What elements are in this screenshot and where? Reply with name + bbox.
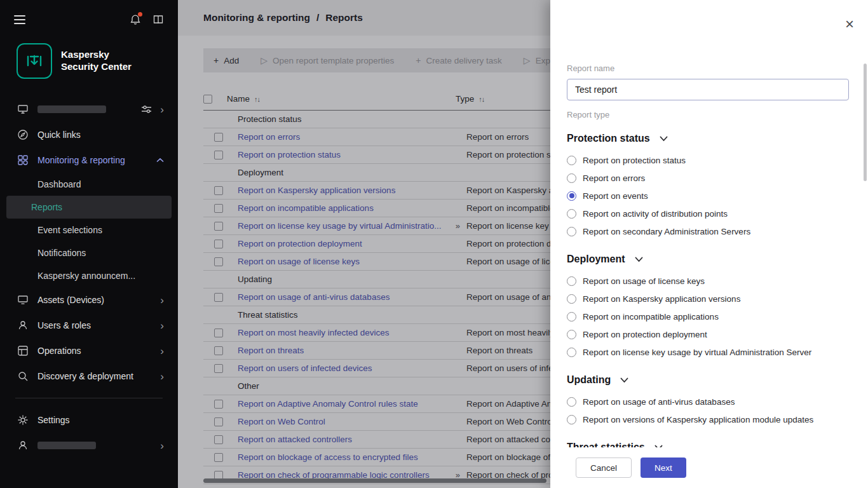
gear-icon (17, 414, 29, 426)
report-type-option[interactable]: Report on protection deployment (567, 325, 849, 343)
app-logo: Kaspersky Security Center (0, 27, 178, 85)
chevron-up-icon (156, 158, 164, 163)
panel-body: Report name Report type Protection statu… (567, 64, 849, 447)
users-icon (17, 320, 29, 331)
option-label: Report on errors (583, 173, 645, 183)
sidebar-item-settings[interactable]: Settings (0, 407, 178, 433)
report-type-label: Report type (567, 110, 849, 119)
sidebar-top-bar (0, 0, 178, 27)
radio-button[interactable] (567, 415, 576, 424)
monitoring-reporting-icon (17, 154, 29, 166)
sliders-icon[interactable] (140, 104, 153, 114)
report-type-option[interactable]: Report on protection status (567, 151, 849, 169)
radio-button[interactable] (567, 312, 576, 322)
sidebar-item-label: Quick links (37, 130, 81, 140)
radio-button[interactable] (567, 330, 576, 339)
report-type-option[interactable]: Report on errors (567, 169, 849, 187)
report-type-section-header[interactable]: Updating (567, 374, 849, 386)
report-type-option[interactable]: Report on events (567, 187, 849, 205)
option-label: Report on protection deployment (583, 330, 707, 339)
notification-dot (138, 12, 142, 17)
sidebar-item-reports[interactable]: Reports (6, 196, 172, 219)
report-type-option[interactable]: Report on secondary Administration Serve… (567, 222, 849, 240)
new-report-panel: × Report name Report type Protection sta… (550, 0, 868, 488)
option-label: Report on events (583, 191, 648, 201)
radio-button[interactable] (567, 348, 576, 357)
report-type-option[interactable]: Report on license key usage by virtual A… (567, 343, 849, 361)
next-button[interactable]: Next (641, 458, 686, 478)
sidebar-item-notifications[interactable]: Notifications (6, 241, 172, 264)
user-icon (17, 440, 29, 451)
option-label: Report on Kaspersky application versions (583, 294, 740, 304)
report-type-option[interactable]: Report on activity of distribution point… (567, 205, 849, 222)
sidebar-item-label: Operations (37, 346, 81, 356)
radio-button[interactable] (567, 173, 576, 183)
sidebar-item-kaspersky-announcements[interactable]: Kaspersky announcem... (6, 264, 172, 287)
report-type-section-header[interactable]: Protection status (567, 133, 849, 144)
radio-button[interactable] (567, 294, 576, 304)
sidebar-nav: › Quick links Monitoring & reporting (0, 97, 178, 458)
server-icon (17, 104, 29, 115)
logo-title: Kaspersky (61, 49, 132, 61)
report-type-section-header[interactable]: Threat statistics (567, 442, 849, 447)
sidebar-item-label: Discovery & deployment (37, 371, 133, 381)
chevron-down-icon (620, 377, 628, 383)
sidebar-item-event-selections[interactable]: Event selections (6, 219, 172, 241)
cancel-button[interactable]: Cancel (576, 458, 632, 478)
chevron-right-icon: › (160, 295, 164, 306)
sidebar-item-assets-devices[interactable]: Assets (Devices) › (0, 287, 178, 313)
radio-button[interactable] (567, 276, 576, 286)
report-name-label: Report name (567, 64, 849, 73)
panel-scrollbar[interactable] (864, 64, 867, 181)
radio-button[interactable] (567, 156, 576, 165)
report-type-option[interactable]: Report on versions of Kaspersky applicat… (567, 410, 849, 428)
sidebar-item-operations[interactable]: Operations › (0, 338, 178, 363)
search-icon (17, 370, 29, 382)
sidebar-item-current-user[interactable]: › (0, 433, 178, 458)
notifications-bell-icon[interactable] (130, 14, 141, 25)
section-title: Threat statistics (567, 442, 645, 447)
close-icon[interactable]: × (845, 17, 854, 32)
help-book-icon[interactable] (153, 14, 164, 25)
report-name-input[interactable] (567, 79, 849, 100)
sidebar-item-label: Users & roles (37, 320, 91, 330)
sidebar-item-label: Monitoring & reporting (37, 155, 125, 165)
monitoring-submenu: Dashboard Reports Event selections Notif… (0, 173, 178, 287)
report-type-section-header[interactable]: Deployment (567, 254, 849, 265)
sidebar-item-users-roles[interactable]: Users & roles › (0, 313, 178, 338)
report-type-sections: Protection statusReport on protection st… (567, 133, 849, 447)
logo-subtitle: Security Center (61, 61, 132, 73)
option-label: Report on incompatible applications (583, 312, 719, 322)
sidebar-item-discovery-deployment[interactable]: Discovery & deployment › (0, 363, 178, 389)
chevron-right-icon: › (160, 346, 164, 356)
option-label: Report on usage of license keys (583, 276, 705, 286)
radio-button[interactable] (567, 191, 576, 201)
sidebar-item-monitoring-reporting[interactable]: Monitoring & reporting (0, 147, 178, 173)
sidebar: Kaspersky Security Center › (0, 0, 178, 488)
chevron-right-icon: › (160, 320, 164, 331)
redacted-user-name (37, 442, 96, 449)
radio-button[interactable] (567, 227, 576, 236)
option-label: Report on versions of Kaspersky applicat… (583, 415, 813, 424)
sidebar-item-quick-links[interactable]: Quick links (0, 122, 178, 147)
panel-footer: Cancel Next (550, 447, 868, 488)
radio-button[interactable] (567, 209, 576, 219)
report-type-option[interactable]: Report on usage of license keys (567, 272, 849, 290)
option-label: Report on license key usage by virtual A… (583, 348, 811, 357)
menu-toggle-icon[interactable] (14, 13, 25, 27)
chevron-right-icon: › (160, 440, 164, 451)
kaspersky-logo-icon (17, 43, 52, 79)
sidebar-item-server[interactable]: › (0, 97, 178, 122)
operations-icon (17, 345, 29, 356)
app-root: Kaspersky Security Center › (0, 0, 868, 488)
report-type-option[interactable]: Report on incompatible applications (567, 308, 849, 325)
devices-icon (17, 294, 29, 306)
sidebar-item-dashboard[interactable]: Dashboard (6, 173, 172, 196)
option-label: Report on protection status (583, 156, 686, 165)
radio-button[interactable] (567, 397, 576, 407)
chevron-right-icon: › (160, 104, 164, 115)
sidebar-item-label: Assets (Devices) (37, 295, 104, 305)
report-type-option[interactable]: Report on Kaspersky application versions (567, 290, 849, 308)
sidebar-divider (15, 398, 163, 398)
report-type-option[interactable]: Report on usage of anti-virus databases (567, 393, 849, 410)
